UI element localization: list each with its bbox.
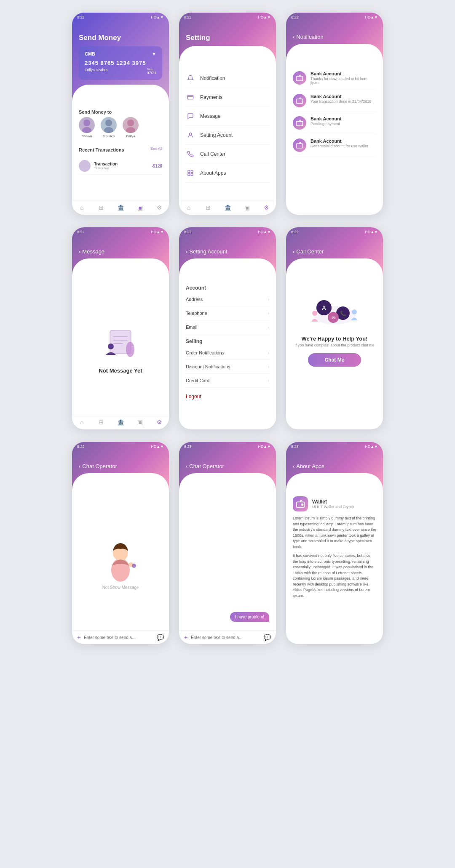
- notification-back[interactable]: ‹ Notification: [293, 34, 376, 40]
- message-empty-label: Not Message Yet: [99, 367, 142, 374]
- chat-bubble: I have problem!: [230, 612, 269, 622]
- chat-op1-illustration: Not Show Message: [99, 532, 142, 583]
- call-center-screen: 8:22 HD▲▼ ‹ Call Center A 📞: [286, 227, 383, 429]
- message-back[interactable]: ‹ Message: [79, 248, 162, 255]
- chat-me-button[interactable]: Chat Me: [308, 353, 361, 367]
- contact-mendes[interactable]: Mendes: [101, 117, 117, 138]
- send-money-title: Send Money: [79, 34, 162, 42]
- nav4-grid-icon[interactable]: ⊞: [97, 418, 105, 426]
- contact-shawn[interactable]: Shawn: [79, 117, 95, 138]
- svg-text:✉: ✉: [332, 315, 335, 320]
- chat-op2-plus-icon[interactable]: +: [184, 634, 187, 641]
- notification-title: Notification: [296, 34, 323, 40]
- address-chevron-icon: ›: [268, 297, 269, 302]
- svg-point-37: [302, 504, 303, 506]
- setting-account[interactable]: Setting Acount: [186, 126, 269, 145]
- nav4-wallet-icon[interactable]: 🏦: [117, 418, 124, 426]
- nav4-settings-icon[interactable]: ⚙: [155, 418, 163, 426]
- order-notifications-label: Order Notifications: [186, 350, 224, 355]
- logout-button[interactable]: Logout: [186, 394, 269, 399]
- setting-call-center[interactable]: Call Center: [186, 145, 269, 164]
- contact-frillya[interactable]: Frillya: [123, 117, 139, 138]
- card-bank: CMB: [85, 51, 95, 56]
- nav2-grid-icon[interactable]: ⊞: [204, 204, 212, 211]
- selling-section-label: Selling: [186, 338, 269, 344]
- chat-op2-title: Chat Operator: [189, 463, 224, 469]
- notification-screen: 8:22 HD▲▼ ‹ Notification Bank Account Th…: [286, 13, 383, 215]
- nav-card-icon[interactable]: ▣: [136, 204, 144, 211]
- send-money-content: Send Money to Shawn Mendes: [72, 99, 169, 200]
- email-item[interactable]: Email ›: [186, 320, 269, 334]
- setting-account-label: Setting Acount: [200, 132, 233, 138]
- see-all-link[interactable]: See All: [150, 146, 162, 151]
- account-section-label: Account: [186, 285, 269, 291]
- call-center-back[interactable]: ‹ Call Center: [293, 248, 376, 255]
- address-item[interactable]: Address ›: [186, 293, 269, 306]
- svg-point-1: [82, 127, 91, 133]
- account-icon: [186, 130, 195, 140]
- svg-rect-12: [191, 173, 193, 176]
- notif-item-1[interactable]: Bank Account Thanks for downloaded ui ki…: [293, 67, 376, 90]
- telephone-item[interactable]: Telephone ›: [186, 306, 269, 320]
- notif-sub-1: Thanks for downloaded ui kit from jipau: [310, 77, 376, 85]
- discount-notifications-item[interactable]: Discount Notifications ›: [186, 360, 269, 374]
- apps-icon: [186, 168, 195, 178]
- nav-wallet-icon[interactable]: 🏦: [117, 204, 124, 211]
- notif-title-4: Bank Account: [310, 138, 368, 144]
- notif-item-2[interactable]: Bank Account Your transaction done in 21…: [293, 90, 376, 112]
- card-date-label: Date: [147, 68, 156, 71]
- contacts-row: Shawn Mendes Frillya: [79, 117, 162, 138]
- nav2-wallet-icon[interactable]: 🏦: [224, 204, 231, 211]
- setting-account-back[interactable]: ‹ Setting Account: [186, 248, 269, 255]
- setting-message[interactable]: Message: [186, 107, 269, 126]
- nav4-card-icon[interactable]: ▣: [136, 418, 144, 426]
- back-arrow-icon: ‹: [293, 34, 294, 40]
- chat-op2-back[interactable]: ‹ Chat Operator: [186, 463, 269, 469]
- chat-op1-input[interactable]: [84, 635, 153, 640]
- credit-card-item[interactable]: Credit Card ›: [186, 374, 269, 388]
- order-notifications-item[interactable]: Order Notifications ›: [186, 346, 269, 360]
- email-chevron-icon: ›: [268, 325, 269, 330]
- notif-item-4[interactable]: Bank Account Get spesial discount for us…: [293, 134, 376, 157]
- status-bar-2: 8:22 HD▲▼: [179, 13, 276, 20]
- setting-payments[interactable]: Payments: [186, 88, 269, 107]
- nav-home-icon[interactable]: ⌂: [78, 204, 86, 211]
- discount-notifications-chevron-icon: ›: [268, 365, 269, 369]
- chat-op2-input[interactable]: [191, 635, 260, 640]
- svg-rect-14: [297, 99, 303, 104]
- status-bar-8: 8:23 HD▲▼: [179, 442, 276, 450]
- about-app-sub: UI KIT Wallet and Crypto: [312, 505, 354, 509]
- nav2-home-icon[interactable]: ⌂: [185, 204, 193, 211]
- message-screen: 8:22 HD▲▼ ‹ Message: [72, 227, 169, 429]
- call-center-header: 8:22 HD▲▼ ‹ Call Center: [286, 227, 383, 275]
- contact-name-shawn: Shawn: [82, 134, 92, 138]
- about-apps-back[interactable]: ‹ About Apps: [293, 463, 376, 469]
- chat-op1-back[interactable]: ‹ Chat Operator: [79, 463, 162, 469]
- call-center-title: Call Center: [296, 248, 324, 255]
- svg-point-22: [126, 342, 134, 357]
- setting-about[interactable]: About Apps: [186, 164, 269, 183]
- card-dropdown-icon[interactable]: ▼: [152, 51, 156, 56]
- setting-call-center-label: Call Center: [200, 151, 225, 157]
- notif-item-3[interactable]: Bank Account Pending payment: [293, 112, 376, 134]
- email-label: Email: [186, 325, 198, 330]
- chat-op2-input-bar: + 💬: [179, 630, 276, 644]
- chat-op1-plus-icon[interactable]: +: [77, 634, 80, 641]
- contact-name-mendes: Mendes: [103, 134, 115, 138]
- contact-name-frillya: Frillya: [126, 134, 135, 138]
- nav2-card-icon[interactable]: ▣: [243, 204, 251, 211]
- chat-op1-input-bar: + 💬: [72, 630, 169, 644]
- chat-op1-send-icon[interactable]: 💬: [157, 634, 164, 641]
- svg-point-2: [105, 120, 112, 126]
- setting-title: Setting: [186, 34, 269, 42]
- back-arrow-sa-icon: ‹: [186, 248, 187, 255]
- nav4-home-icon[interactable]: ⌂: [78, 418, 86, 426]
- notification-content: Bank Account Thanks for downloaded ui ki…: [286, 62, 383, 215]
- nav-settings-icon[interactable]: ⚙: [155, 204, 163, 211]
- chat-op2-send-icon[interactable]: 💬: [264, 634, 271, 641]
- setting-notification[interactable]: Notification: [186, 69, 269, 88]
- nav-grid-icon[interactable]: ⊞: [97, 204, 105, 211]
- row-3: 8:22 HD▲▼ ‹ Chat Operator: [72, 442, 383, 644]
- svg-rect-15: [297, 121, 303, 126]
- nav2-settings-icon[interactable]: ⚙: [262, 204, 270, 211]
